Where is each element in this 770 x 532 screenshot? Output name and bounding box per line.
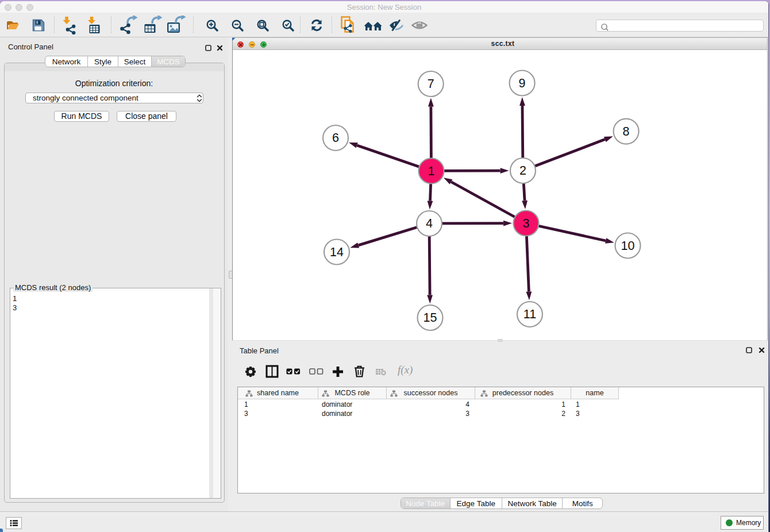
svg-text:6: 6 [332,131,339,145]
svg-text:8: 8 [623,125,630,138]
svg-text:7: 7 [428,77,434,91]
svg-text:9: 9 [519,76,526,90]
svg-text:3: 3 [523,217,530,230]
svg-text:10: 10 [621,239,635,253]
svg-text:11: 11 [523,307,536,321]
svg-text:1: 1 [428,164,435,178]
svg-text:4: 4 [426,217,433,230]
svg-text:15: 15 [424,311,437,325]
svg-text:14: 14 [330,245,344,259]
svg-text:2: 2 [519,164,526,178]
